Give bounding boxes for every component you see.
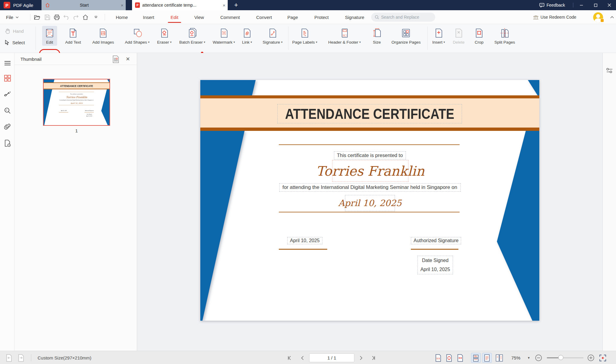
title-bar: P PDF Agile Start × P attendance certifi…	[0, 0, 616, 10]
file-menu[interactable]: File	[6, 10, 19, 24]
fullscreen-button[interactable]	[599, 354, 606, 362]
edit-tool-button[interactable]: Edit	[42, 26, 57, 46]
link-button[interactable]: Link▼	[240, 26, 255, 46]
hand-tool[interactable]: Hand	[5, 28, 24, 34]
tab-start[interactable]: Start ×	[42, 0, 126, 10]
open-file-icon[interactable]	[34, 14, 40, 20]
pdf-file-icon: P	[135, 2, 140, 8]
minimize-button[interactable]	[575, 0, 587, 10]
maximize-button[interactable]	[590, 0, 602, 10]
add-text-icon	[68, 28, 78, 39]
zoom-in-button[interactable]	[587, 354, 594, 361]
header-footer-label: Header & Footer	[328, 40, 358, 45]
select-tool[interactable]: Select	[5, 40, 25, 45]
menu-home[interactable]: Home	[116, 10, 128, 24]
insert-page-button[interactable]: Insert▼	[430, 26, 448, 46]
continuous-scroll-button[interactable]	[471, 353, 481, 363]
page-thumbnail[interactable]: ATTENDANCE CERTIFICATE This certificate …	[43, 79, 110, 126]
signature-panel-icon[interactable]	[4, 91, 11, 98]
home-view-icon[interactable]	[82, 14, 89, 20]
size-button[interactable]: Size	[369, 26, 384, 46]
signed-date-textbox[interactable]: April 10, 2025	[287, 237, 322, 244]
sidebar-menu-icon[interactable]	[4, 60, 11, 67]
search-panel-icon[interactable]	[4, 107, 11, 114]
signature-tool-button[interactable]: Signature▼	[260, 26, 285, 46]
batch-eraser-button[interactable]: Batch Eraser▼	[177, 26, 208, 46]
zoom-level-label[interactable]: 75%	[511, 351, 520, 364]
certificate-page[interactable]: ATTENDANCE CERTIFICATE This certificate …	[200, 80, 539, 321]
zoom-out-button[interactable]	[535, 354, 542, 361]
first-page-button[interactable]	[285, 353, 294, 362]
menu-comment[interactable]: Comment	[220, 10, 240, 24]
save-icon[interactable]	[44, 14, 51, 20]
properties-panel-icon[interactable]	[606, 67, 614, 74]
add-images-button[interactable]: Add Images	[90, 26, 116, 46]
redo-icon[interactable]	[72, 14, 79, 20]
thumbnail-panel-icon[interactable]	[4, 75, 11, 82]
previous-document-icon[interactable]	[5, 354, 13, 362]
recipient-name-textbox[interactable]: Torries Franklin	[332, 160, 408, 182]
eraser-label: Eraser	[157, 40, 169, 45]
presented-line-textbox[interactable]: This certificate is presented to	[334, 151, 406, 159]
new-tab-button[interactable]: +	[231, 0, 241, 10]
add-images-label: Add Images	[92, 40, 114, 45]
dropdown-caret: ▼	[359, 41, 361, 44]
insert-page-icon	[434, 28, 444, 39]
fit-width-button[interactable]	[455, 353, 465, 363]
header-footer-button[interactable]: Header & Footer▼	[326, 26, 364, 46]
attachments-panel-icon[interactable]	[4, 123, 11, 131]
menu-signature[interactable]: Signature	[345, 10, 364, 24]
close-button[interactable]	[603, 0, 615, 10]
attending-line-textbox[interactable]: for attending the International Digital …	[279, 183, 460, 192]
single-page-view-button[interactable]	[482, 353, 492, 363]
menu-protect[interactable]: Protect	[314, 10, 329, 24]
next-document-icon[interactable]	[17, 354, 25, 362]
tab-document-label: attendance certificate temp...	[142, 3, 220, 8]
event-date-textbox[interactable]: April 10, 2025	[345, 195, 395, 211]
actual-size-button[interactable]: 1:1	[433, 353, 443, 363]
watermark-label: Watermark	[213, 40, 233, 45]
quickbar-expand-icon[interactable]	[93, 14, 99, 20]
page-labels-button[interactable]: Page Labels▼	[290, 26, 320, 46]
size-label: Size	[373, 40, 381, 45]
feedback-button[interactable]: Feedback	[539, 0, 565, 10]
menu-insert[interactable]: Insert	[143, 10, 154, 24]
print-icon[interactable]	[54, 14, 60, 20]
zoom-dropdown-caret[interactable]: ▼	[527, 351, 530, 364]
previous-page-button[interactable]	[298, 353, 307, 362]
organize-pages-button[interactable]: Organize Pages	[389, 26, 423, 46]
menu-page[interactable]: Page	[287, 10, 298, 24]
dropdown-caret: ▼	[316, 41, 318, 44]
delete-page-button[interactable]: Delete	[450, 26, 467, 46]
fit-page-button[interactable]	[444, 353, 454, 363]
menu-view[interactable]: View	[194, 10, 204, 24]
use-redeem-code-button[interactable]: Use Redeem Code	[533, 10, 576, 24]
next-page-button[interactable]	[357, 353, 366, 362]
add-text-button[interactable]: Add Text	[63, 26, 83, 46]
menu-convert[interactable]: Convert	[256, 10, 272, 24]
crop-button[interactable]: Crop	[472, 26, 487, 46]
thumbnail-grid-view-icon[interactable]	[112, 55, 119, 63]
authorized-signature-textbox[interactable]: Authorized Signature	[411, 237, 461, 244]
add-shapes-icon	[132, 28, 143, 39]
search-and-replace-input[interactable]: Search and Replace	[371, 13, 435, 22]
recent-files-panel-icon[interactable]	[4, 140, 11, 147]
tab-document[interactable]: P attendance certificate temp... ×	[132, 0, 228, 10]
two-page-view-button[interactable]	[494, 353, 504, 363]
last-page-button[interactable]	[369, 353, 378, 362]
page-indicator-input[interactable]: 1 / 1	[309, 353, 354, 362]
eraser-button[interactable]: Eraser▼	[155, 26, 174, 46]
menu-edit[interactable]: Edit	[171, 10, 178, 24]
toolbar-divider	[288, 26, 288, 50]
tab-start-close-icon[interactable]: ×	[119, 3, 126, 8]
tab-document-close-icon[interactable]: ×	[220, 3, 228, 8]
thumbnail-panel-close-icon[interactable]: ✕	[124, 55, 131, 63]
collapse-ribbon-icon[interactable]	[608, 10, 616, 24]
zoom-slider-knob[interactable]	[558, 355, 563, 360]
date-signed-textbox[interactable]: Date Signed April 10, 2025	[417, 256, 453, 274]
split-pages-button[interactable]: Split Pages	[492, 26, 517, 46]
certificate-title-textbox[interactable]: ATTENDANCE CERTIFICATE	[277, 104, 462, 123]
add-shapes-button[interactable]: Add Shapes▼	[122, 26, 152, 46]
watermark-button[interactable]: Watermark▼	[210, 26, 238, 46]
undo-icon[interactable]	[63, 14, 70, 20]
